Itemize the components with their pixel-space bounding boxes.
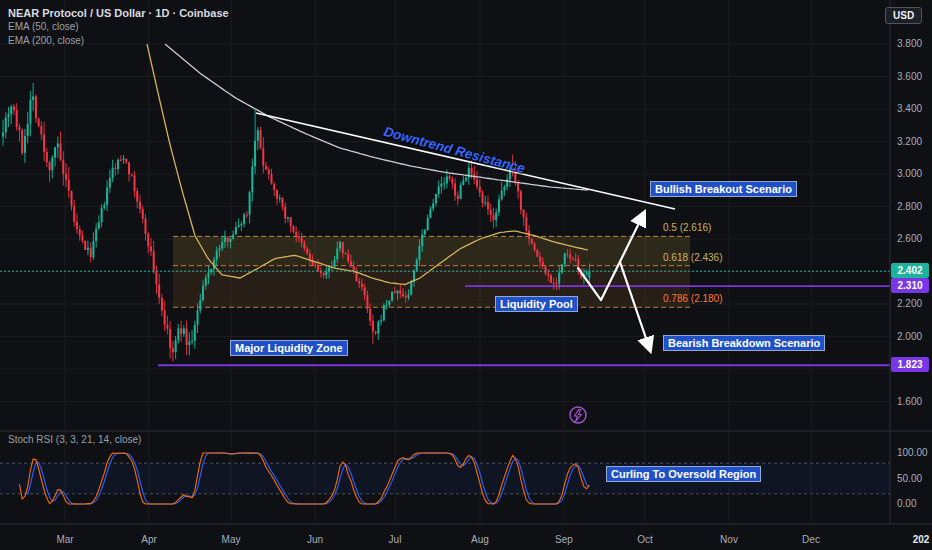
fib-level-label: 0.5 (2.616) — [663, 222, 711, 234]
price-badge[interactable]: 1.823 — [891, 357, 929, 372]
time-tick: 202 — [901, 534, 932, 545]
price-tick: 2.200 — [897, 298, 922, 310]
time-tick: Oct — [625, 534, 665, 545]
stoch-tick: 50.00 — [897, 473, 922, 485]
price-tick: 1.600 — [897, 396, 922, 408]
time-tick: Jun — [295, 534, 335, 545]
lightning-icon[interactable] — [570, 407, 586, 423]
fib-level-label: 0.786 (2.180) — [663, 293, 723, 305]
bearish-breakdown-label[interactable]: Bearish Breakdown Scenario — [663, 335, 825, 351]
tradingview-chart-window: { "header": { "title": "NEAR Protocol / … — [0, 0, 932, 550]
legend-ema50[interactable]: EMA (50, close) — [8, 20, 229, 34]
time-tick: Dec — [791, 534, 831, 545]
price-tick: 3.400 — [897, 103, 922, 115]
symbol-title[interactable]: NEAR Protocol / US Dollar · 1D · Coinbas… — [8, 6, 229, 20]
stoch-tick: 100.00 — [897, 447, 928, 459]
candlesticks — [2, 83, 590, 362]
time-tick: Jul — [375, 534, 415, 545]
stoch-rsi-legend[interactable]: Stoch RSI (3, 3, 21, 14, close) — [8, 434, 141, 445]
chart-canvas[interactable] — [0, 0, 932, 550]
time-tick: May — [211, 534, 251, 545]
bullish-breakout-label[interactable]: Bullish Breakout Scenario — [650, 181, 797, 197]
price-tick: 3.200 — [897, 136, 922, 148]
price-tick: 2.600 — [897, 233, 922, 245]
price-tick: 3.000 — [897, 168, 922, 180]
time-tick: Sep — [544, 534, 584, 545]
fib-level-label: 0.618 (2.436) — [663, 252, 723, 264]
price-badge[interactable]: 2.310 — [891, 278, 929, 293]
time-tick: Nov — [709, 534, 749, 545]
symbol-legend: NEAR Protocol / US Dollar · 1D · Coinbas… — [8, 6, 229, 48]
price-tick: 3.600 — [897, 71, 922, 83]
price-tick: 2.000 — [897, 331, 922, 343]
time-tick: Mar — [45, 534, 85, 545]
liquidity-pool-label[interactable]: Liquidity Pool — [495, 296, 578, 312]
stoch-note-label[interactable]: Curling To Oversold Region — [606, 466, 761, 482]
price-badge[interactable]: 2.402 — [891, 263, 929, 278]
time-tick: Aug — [460, 534, 500, 545]
price-tick: 3.800 — [897, 38, 922, 50]
legend-ema200[interactable]: EMA (200, close) — [8, 34, 229, 48]
time-tick: Apr — [129, 534, 169, 545]
stoch-tick: 0.00 — [897, 498, 916, 510]
currency-toggle-button[interactable]: USD — [885, 7, 922, 24]
major-liquidity-zone-label[interactable]: Major Liquidity Zone — [230, 340, 348, 356]
price-tick: 2.800 — [897, 201, 922, 213]
